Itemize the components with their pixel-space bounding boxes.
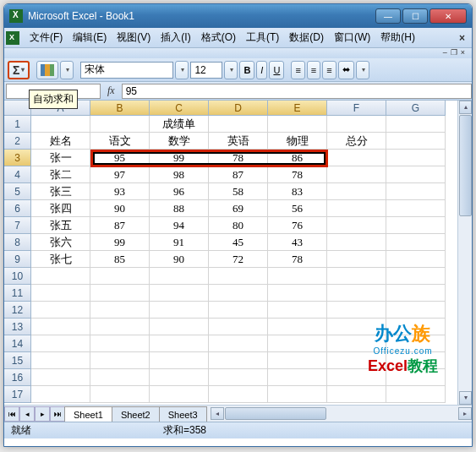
cell-G1[interactable] xyxy=(386,116,446,133)
scroll-left-button[interactable]: ◂ xyxy=(211,407,224,420)
cell-E15[interactable] xyxy=(268,352,327,369)
cell-D8[interactable]: 45 xyxy=(209,234,268,251)
row-header-11[interactable]: 11 xyxy=(4,285,31,302)
cell-G11[interactable] xyxy=(386,285,446,302)
cell-B3[interactable]: 95 xyxy=(90,150,150,166)
cell-A11[interactable] xyxy=(31,285,90,302)
cell-D1[interactable] xyxy=(209,116,268,133)
cell-G5[interactable] xyxy=(386,183,446,200)
cell-G16[interactable] xyxy=(386,369,446,386)
col-header-E[interactable]: E xyxy=(268,101,327,116)
title-bar[interactable]: Microsoft Excel - Book1 — ☐ ✕ xyxy=(4,4,472,28)
cell-C9[interactable]: 90 xyxy=(150,251,209,268)
formula-input[interactable]: 95 xyxy=(122,84,472,99)
font-size-dropdown[interactable]: ▾ xyxy=(224,61,238,79)
cell-D10[interactable] xyxy=(209,268,268,285)
cell-C4[interactable]: 98 xyxy=(150,166,209,183)
row-header-16[interactable]: 16 xyxy=(4,369,31,386)
cell-G2[interactable] xyxy=(386,133,446,150)
row-header-3[interactable]: 3 xyxy=(4,150,31,166)
scroll-down-button[interactable]: ▾ xyxy=(459,391,472,405)
row-header-14[interactable]: 14 xyxy=(4,335,31,352)
row-header-13[interactable]: 13 xyxy=(4,319,31,335)
cell-B17[interactable] xyxy=(90,386,150,403)
bold-button[interactable]: B xyxy=(239,61,254,79)
align-right-button[interactable]: ≡ xyxy=(322,61,336,79)
cell-E2[interactable]: 物理 xyxy=(268,133,327,150)
spreadsheet-grid[interactable]: ABCDEFG 1234567891011121314151617 成绩单姓名语… xyxy=(4,101,472,405)
cell-D15[interactable] xyxy=(209,352,268,369)
scroll-right-button[interactable]: ▸ xyxy=(458,407,472,420)
cell-A16[interactable] xyxy=(31,369,90,386)
cell-A7[interactable]: 张五 xyxy=(31,217,90,234)
cell-D13[interactable] xyxy=(209,319,268,335)
cell-G9[interactable] xyxy=(386,251,446,268)
cell-E14[interactable] xyxy=(268,335,327,352)
row-header-8[interactable]: 8 xyxy=(4,234,31,251)
cell-D6[interactable]: 69 xyxy=(209,200,268,217)
tab-first-button[interactable]: ⏮ xyxy=(4,406,19,422)
row-header-2[interactable]: 2 xyxy=(4,133,31,150)
vertical-scrollbar[interactable]: ▴ ▾ xyxy=(457,101,472,405)
cell-D7[interactable]: 80 xyxy=(209,217,268,234)
cell-F9[interactable] xyxy=(327,251,386,268)
cell-F6[interactable] xyxy=(327,200,386,217)
cell-A2[interactable]: 姓名 xyxy=(31,133,90,150)
cell-E3[interactable]: 86 xyxy=(268,150,327,166)
cell-C14[interactable] xyxy=(150,335,209,352)
cell-A17[interactable] xyxy=(31,386,90,403)
cell-E9[interactable]: 78 xyxy=(268,251,327,268)
chart-wizard-button[interactable] xyxy=(36,61,58,79)
cell-C16[interactable] xyxy=(150,369,209,386)
col-header-D[interactable]: D xyxy=(209,101,268,116)
sheet-tab-1[interactable]: Sheet1 xyxy=(64,406,112,422)
underline-button[interactable]: U xyxy=(269,61,284,79)
toolbar-options-1[interactable]: ▾ xyxy=(60,61,74,79)
doc-close[interactable]: × xyxy=(461,48,465,58)
font-name-dropdown[interactable]: ▾ xyxy=(175,61,189,79)
row-header-10[interactable]: 10 xyxy=(4,268,31,285)
cell-E17[interactable] xyxy=(268,386,327,403)
cell-G15[interactable] xyxy=(386,352,446,369)
cell-G12[interactable] xyxy=(386,302,446,319)
cell-F17[interactable] xyxy=(327,386,386,403)
excel-icon-small[interactable] xyxy=(6,31,19,45)
tab-last-button[interactable]: ⏭ xyxy=(50,406,65,422)
cell-A10[interactable] xyxy=(31,268,90,285)
chevron-down-icon[interactable]: ▾ xyxy=(21,66,25,74)
cell-C12[interactable] xyxy=(150,302,209,319)
cell-B15[interactable] xyxy=(90,352,150,369)
cell-C8[interactable]: 91 xyxy=(150,234,209,251)
doc-restore[interactable]: ❐ xyxy=(451,48,457,58)
cell-G17[interactable] xyxy=(386,386,446,403)
cell-G6[interactable] xyxy=(386,200,446,217)
cell-E16[interactable] xyxy=(268,369,327,386)
cell-G8[interactable] xyxy=(386,234,446,251)
row-header-6[interactable]: 6 xyxy=(4,200,31,217)
menu-file[interactable]: 文件(F) xyxy=(25,29,68,46)
cell-B11[interactable] xyxy=(90,285,150,302)
minimize-button[interactable]: — xyxy=(375,8,401,24)
menu-insert[interactable]: 插入(I) xyxy=(156,29,195,46)
cell-A6[interactable]: 张四 xyxy=(31,200,90,217)
cell-A12[interactable] xyxy=(31,302,90,319)
cell-B14[interactable] xyxy=(90,335,150,352)
cell-F3[interactable] xyxy=(327,150,386,166)
cell-B12[interactable] xyxy=(90,302,150,319)
scroll-up-button[interactable]: ▴ xyxy=(459,101,472,114)
menu-view[interactable]: 视图(V) xyxy=(112,29,156,46)
cell-F11[interactable] xyxy=(327,285,386,302)
cell-E10[interactable] xyxy=(268,268,327,285)
tab-next-button[interactable]: ▸ xyxy=(35,406,50,422)
cell-F15[interactable] xyxy=(327,352,386,369)
menu-window[interactable]: 窗口(W) xyxy=(329,29,375,46)
cell-B5[interactable]: 93 xyxy=(90,183,150,200)
cell-G13[interactable] xyxy=(386,319,446,335)
cell-F14[interactable] xyxy=(327,335,386,352)
menu-help[interactable]: 帮助(H) xyxy=(375,29,420,46)
cell-G10[interactable] xyxy=(386,268,446,285)
cell-C7[interactable]: 94 xyxy=(150,217,209,234)
vscroll-thumb[interactable] xyxy=(459,115,472,216)
doc-close-button[interactable]: × xyxy=(454,30,470,46)
cell-D14[interactable] xyxy=(209,335,268,352)
